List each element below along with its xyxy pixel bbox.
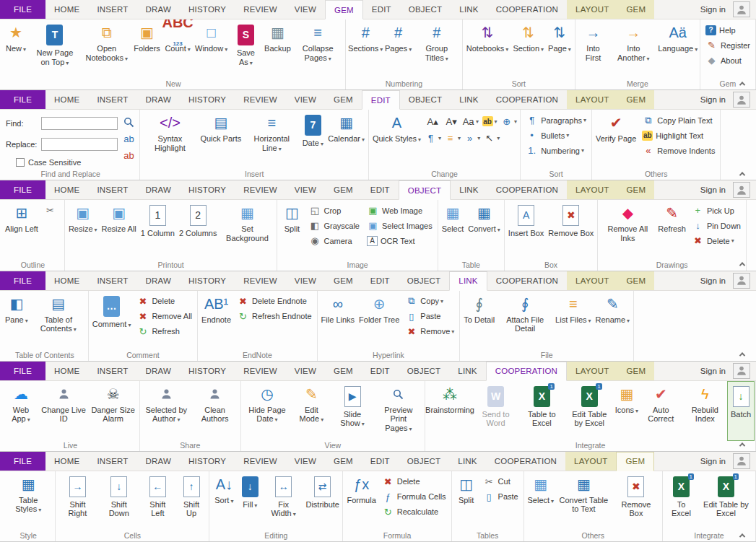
- tab-view[interactable]: VIEW: [286, 452, 325, 471]
- tab-file[interactable]: FILE: [0, 0, 45, 19]
- tab-view[interactable]: VIEW: [286, 180, 325, 199]
- tab-draw[interactable]: DRAW: [137, 452, 181, 471]
- tab-home[interactable]: HOME: [45, 452, 88, 471]
- attach-file-detail-button[interactable]: ∮Attach File Detail: [497, 292, 553, 350]
- tab-view[interactable]: VIEW: [286, 0, 325, 19]
- tab-contextual-layout[interactable]: LAYOUT: [567, 90, 617, 109]
- preview-print-pages-button[interactable]: Preview Print Pages▾: [374, 382, 424, 440]
- tab-contextual-layout[interactable]: LAYOUT: [567, 362, 617, 380]
- tab-edit[interactable]: EDIT: [362, 180, 399, 199]
- tab-review[interactable]: REVIEW: [235, 271, 286, 290]
- count-button[interactable]: ABC123Count▾: [161, 20, 194, 79]
- tab-file[interactable]: FILE: [0, 180, 45, 199]
- tab-history[interactable]: HISTORY: [180, 180, 235, 199]
- shift-left-button[interactable]: ←Shift Left: [140, 472, 175, 530]
- tab-contextual-layout[interactable]: LAYOUT: [567, 180, 617, 199]
- clean-authors-button[interactable]: Clean Authors: [191, 382, 239, 440]
- remove-box-button[interactable]: ✖Remove Box: [612, 472, 661, 530]
- sort-button[interactable]: A↓Sort▾: [211, 472, 237, 530]
- new-page-on-top-button[interactable]: TNew Page on Top▾: [29, 20, 81, 79]
- find-button[interactable]: [121, 115, 136, 129]
- cut-button[interactable]: ✂Cut: [479, 474, 522, 489]
- date-button[interactable]: 7Date▾: [300, 110, 326, 169]
- tab-review[interactable]: REVIEW: [235, 180, 286, 199]
- shift-down-button[interactable]: ↓Shift Down: [97, 472, 139, 530]
- tab-cooperation[interactable]: COOPERATION: [487, 180, 567, 199]
- tab-cooperation[interactable]: COOPERATION: [487, 90, 567, 109]
- tab-home[interactable]: HOME: [45, 90, 88, 109]
- tab-file[interactable]: FILE: [0, 452, 45, 471]
- into-first-button[interactable]: →Into First: [577, 20, 609, 79]
- convert-button[interactable]: ▦Convert▾: [466, 201, 503, 259]
- web-app-button[interactable]: ☁Web App▾: [3, 382, 39, 440]
- quick-styles-button[interactable]: AQuick Styles▾: [370, 110, 423, 169]
- quick-parts-button[interactable]: ▤Quick Parts: [198, 110, 243, 169]
- horizontal-line-button[interactable]: ≡Horizontal Line▾: [243, 110, 300, 169]
- refresh-endnote-button[interactable]: ↻Refresh Endnote: [233, 309, 316, 324]
- tab-contextual-layout[interactable]: LAYOUT: [565, 452, 616, 471]
- tab-file[interactable]: FILE: [0, 362, 45, 380]
- edit-table-by-excel-button[interactable]: X1Edit Table by Excel: [698, 472, 754, 530]
- selected-by-author-button[interactable]: Selected by Author▾: [142, 382, 191, 440]
- tab-object[interactable]: OBJECT: [400, 90, 451, 109]
- insert-box-button[interactable]: AInsert Box: [506, 201, 547, 259]
- auto-correct-button[interactable]: ✔Auto Correct: [640, 382, 682, 440]
- tab-file[interactable]: FILE: [0, 90, 45, 109]
- fix-width-button[interactable]: ↔Fix Width▾: [263, 472, 304, 530]
- grayscale-button[interactable]: ◧Grayscale: [305, 218, 363, 233]
- tab-history[interactable]: HISTORY: [180, 362, 235, 380]
- avatar[interactable]: [733, 1, 750, 17]
- tab-home[interactable]: HOME: [45, 0, 88, 19]
- table-of-contents-button[interactable]: ▤Table of Contents▾: [30, 292, 87, 350]
- tab-gem[interactable]: GEM: [325, 90, 362, 109]
- web-image-button[interactable]: ▣Web Image: [363, 203, 436, 218]
- select-button[interactable]: ▦Select: [440, 201, 466, 259]
- remove-all-inks-button[interactable]: ◆Remove All Inks: [599, 201, 656, 259]
- align-left-button[interactable]: ⊞Align Left: [3, 201, 40, 259]
- send-to-word-button[interactable]: WSend to Word: [473, 382, 518, 440]
- tab-edit[interactable]: EDIT: [362, 362, 399, 380]
- endnote-button[interactable]: AB¹Endnote: [199, 292, 233, 350]
- tab-contextual-gem[interactable]: GEM: [617, 90, 654, 109]
- notebooks-button[interactable]: ⇅Notebooks▾: [464, 20, 511, 79]
- tab-history[interactable]: HISTORY: [180, 0, 235, 19]
- sign-in-button[interactable]: Sign in: [693, 0, 733, 19]
- tab-review[interactable]: REVIEW: [235, 452, 286, 471]
- replace-all-button[interactable]: ab: [121, 148, 136, 162]
- syntax-highlight-button[interactable]: </>Syntax Highlight: [142, 110, 198, 169]
- calendar-button[interactable]: ▦Calendar▾: [326, 110, 367, 169]
- tab-view[interactable]: VIEW: [286, 271, 325, 290]
- to-detail-button[interactable]: ∮To Detail: [461, 292, 497, 350]
- section-button[interactable]: ⇅Section▾: [510, 20, 546, 79]
- cut-button[interactable]: ✂: [40, 203, 63, 218]
- tab-home[interactable]: HOME: [45, 180, 88, 199]
- tab-draw[interactable]: DRAW: [137, 180, 181, 199]
- fill-button[interactable]: ↓Fill▾: [237, 472, 263, 530]
- tab-contextual-gem[interactable]: GEM: [616, 452, 654, 471]
- avatar[interactable]: [733, 182, 750, 198]
- tab-review[interactable]: REVIEW: [235, 90, 286, 109]
- remove-all-button[interactable]: ✖Remove All: [133, 309, 196, 324]
- tab-object[interactable]: OBJECT: [399, 362, 450, 380]
- comment-button[interactable]: …Comment▾: [90, 292, 134, 350]
- register-button[interactable]: ✎Register: [702, 38, 754, 53]
- about-button[interactable]: ◆About: [702, 53, 754, 68]
- tab-cooperation[interactable]: COOPERATION: [486, 452, 565, 471]
- tab-cooperation[interactable]: COOPERATION: [487, 271, 567, 290]
- tab-review[interactable]: REVIEW: [235, 362, 286, 380]
- highlight-button[interactable]: ab▾: [482, 114, 498, 128]
- to-excel-button[interactable]: X1To Excel: [664, 472, 698, 530]
- paragraphs-button[interactable]: ¶Paragraphs▾: [522, 113, 590, 128]
- delete-button[interactable]: ✖Delete▾: [688, 233, 744, 248]
- shift-up-button[interactable]: ↑Shift Up: [175, 472, 208, 530]
- tab-cooperation[interactable]: COOPERATION: [486, 362, 567, 381]
- avatar[interactable]: [733, 453, 750, 469]
- collapse-ribbon-button[interactable]: [736, 260, 749, 269]
- recalculate-button[interactable]: ↻Recalculate: [378, 504, 450, 520]
- list-format-button[interactable]: ≡▾: [444, 131, 461, 145]
- slide-show-button[interactable]: ▶Slide Show▾: [331, 382, 374, 440]
- help-button[interactable]: ?Help: [702, 22, 754, 38]
- tab-link[interactable]: LINK: [449, 271, 487, 291]
- copy-plain-text-button[interactable]: ⧉Copy Plain Text: [638, 113, 718, 128]
- collapse-ribbon-button[interactable]: [736, 79, 749, 88]
